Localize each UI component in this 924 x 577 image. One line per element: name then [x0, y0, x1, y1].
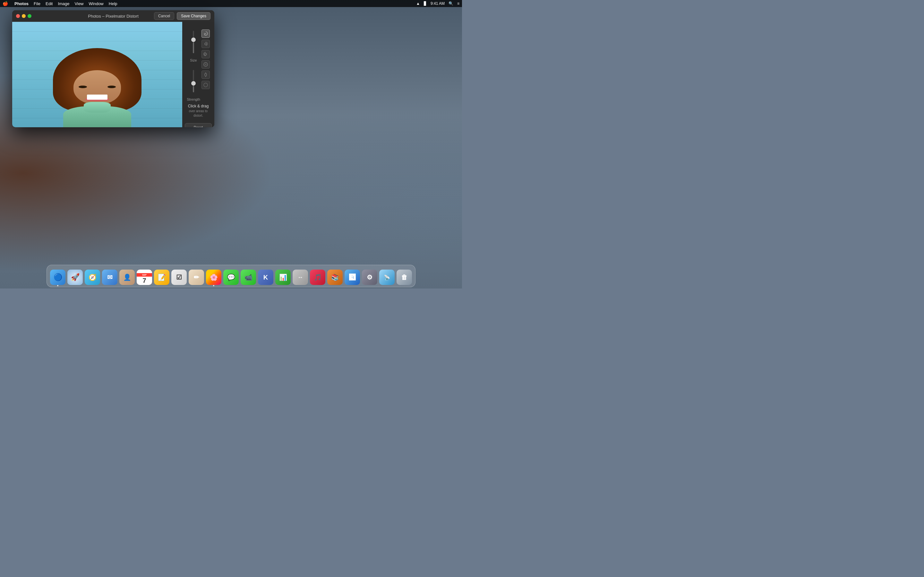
instructions-section: Click & drag over areas to distort.: [182, 101, 214, 121]
dock-item-numbers[interactable]: 📊: [275, 269, 291, 285]
circle-icon: [203, 82, 208, 88]
window-title: Photos – Pixelmator Distort: [88, 14, 139, 19]
bump-tool[interactable]: [202, 60, 210, 69]
controls-icon[interactable]: ≡: [457, 1, 459, 6]
dock-item-airdrop[interactable]: 📡: [379, 269, 395, 285]
size-slider-thumb[interactable]: [191, 37, 196, 42]
photo-image: [12, 22, 182, 127]
menubar-image[interactable]: Image: [58, 1, 69, 6]
dock-item-calendar[interactable]: SEP 7: [137, 269, 152, 285]
size-label: Size: [190, 58, 197, 62]
menubar-left: 🍎 Photos File Edit Image View Window Hel…: [3, 1, 118, 6]
dock-item-systemprefs[interactable]: ⚙: [362, 269, 377, 285]
svg-point-1: [205, 43, 207, 45]
minimize-button[interactable]: [22, 14, 26, 18]
pinch-tool[interactable]: [202, 71, 210, 79]
dock-item-mail[interactable]: ✉: [102, 269, 118, 285]
cancel-button[interactable]: Cancel: [154, 12, 174, 20]
dock-item-safari[interactable]: 🧭: [85, 269, 100, 285]
dock-item-reminders[interactable]: ☑: [171, 269, 187, 285]
strength-slider-group: [187, 67, 200, 95]
traffic-lights: [16, 14, 31, 18]
dock-item-keynote[interactable]: K: [258, 269, 273, 285]
size-slider-group: [187, 28, 200, 56]
instructions-body: over areas to distort.: [185, 109, 212, 118]
bump-icon: [203, 61, 208, 67]
strength-slider-thumb[interactable]: [191, 81, 196, 85]
dock-item-freeform[interactable]: ✏: [189, 269, 204, 285]
svg-point-5: [204, 83, 208, 87]
twirl-cw-icon: [203, 41, 208, 47]
title-bar: Photos – Pixelmator Distort Cancel Save …: [12, 10, 214, 22]
save-changes-button[interactable]: Save Changes: [177, 12, 210, 20]
wifi-icon: ▲: [416, 1, 420, 6]
dock: 🔵 🚀 🧭 ✉ 👤 SEP 7 📝 ☑ ✏ 🌸 💬 📹 K 📊: [47, 265, 415, 287]
size-slider-track[interactable]: [193, 31, 194, 53]
menubar-help[interactable]: Help: [109, 1, 118, 6]
twirl-ccw-icon: [203, 51, 208, 57]
menubar-view[interactable]: View: [75, 1, 84, 6]
menubar-file[interactable]: File: [34, 1, 40, 6]
photo-area[interactable]: [12, 22, 182, 127]
instructions-title: Click & drag: [185, 104, 212, 108]
dock-item-photos[interactable]: 🌸: [206, 269, 221, 285]
battery-icon: ▊: [424, 1, 427, 6]
pinch-icon: [203, 72, 208, 77]
dock-item-books[interactable]: 📚: [327, 269, 342, 285]
tools-column: [202, 28, 210, 101]
twirl-active-icon: [203, 31, 208, 37]
sidebar-inner: Size Strength: [182, 26, 214, 127]
photo-container: [12, 22, 182, 127]
svg-point-0: [205, 33, 206, 34]
dock-item-notes[interactable]: 📝: [154, 269, 170, 285]
twirl-ccw-tool[interactable]: [202, 50, 210, 58]
title-buttons: Cancel Save Changes: [154, 12, 210, 20]
svg-point-4: [205, 64, 206, 65]
dock-item-migration[interactable]: ↔: [292, 269, 308, 285]
dock-item-messages[interactable]: 💬: [223, 269, 239, 285]
strength-slider-track[interactable]: [193, 70, 194, 92]
dock-item-trash[interactable]: 🗑: [397, 269, 412, 285]
strength-label: Strength: [187, 97, 200, 101]
menubar: 🍎 Photos File Edit Image View Window Hel…: [0, 0, 462, 7]
dock-item-appstore[interactable]: 🅰: [344, 269, 360, 285]
sidebar: Size Strength: [182, 22, 214, 127]
dock-item-facetime[interactable]: 📹: [241, 269, 256, 285]
dock-item-finder[interactable]: 🔵: [50, 269, 65, 285]
svg-point-2: [205, 53, 207, 55]
dock-item-launchpad[interactable]: 🚀: [67, 269, 83, 285]
app-window: Photos – Pixelmator Distort Cancel Save …: [12, 10, 214, 127]
close-button[interactable]: [16, 14, 20, 18]
apple-menu[interactable]: 🍎: [3, 1, 8, 6]
dock-item-contacts[interactable]: 👤: [120, 269, 135, 285]
menubar-photos[interactable]: Photos: [15, 1, 29, 6]
maximize-button[interactable]: [27, 14, 31, 18]
menubar-window[interactable]: Window: [89, 1, 103, 6]
slider-tools-group: Size Strength: [182, 28, 214, 101]
svg-point-3: [204, 63, 208, 66]
menubar-right: ▲ ▊ 9:41 AM 🔍 ≡: [416, 1, 459, 6]
search-icon[interactable]: 🔍: [449, 1, 453, 6]
menubar-edit[interactable]: Edit: [45, 1, 53, 6]
dock-item-music[interactable]: 🎵: [310, 269, 325, 285]
clock: 9:41 AM: [431, 1, 445, 6]
twirl-active-tool[interactable]: [202, 29, 210, 38]
sliders-column: Size Strength: [187, 28, 200, 101]
reset-button[interactable]: Reset: [185, 123, 212, 127]
circle-tool[interactable]: [202, 81, 210, 89]
window-body: Size Strength: [12, 22, 214, 127]
twirl-cw-tool[interactable]: [202, 40, 210, 48]
